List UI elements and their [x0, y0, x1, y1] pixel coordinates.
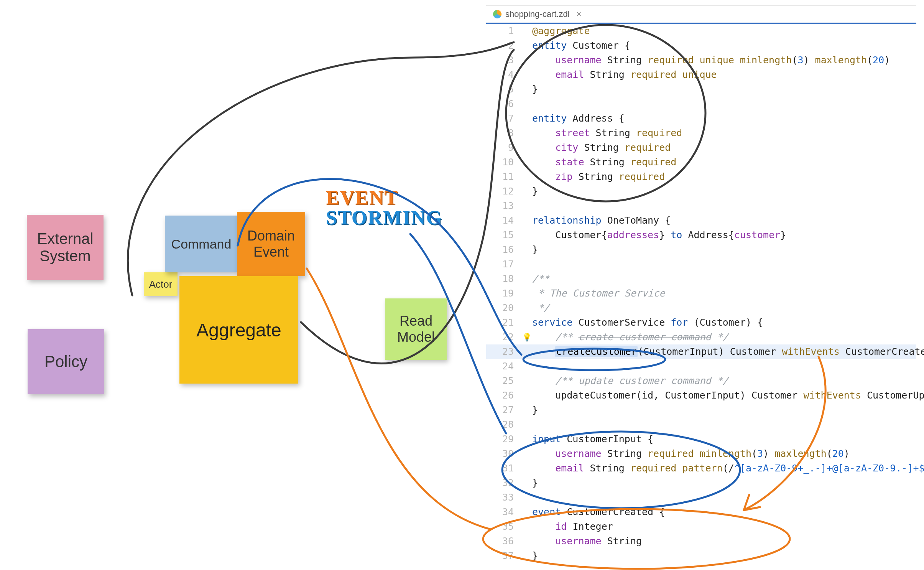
- code-body[interactable]: 1@aggregate2entity Customer {3 username …: [486, 24, 916, 563]
- code-line[interactable]: 3 username String required unique minlen…: [486, 53, 916, 68]
- code-content: input CustomerInput {: [532, 432, 653, 446]
- code-line[interactable]: 15 Customer{addresses} to Address{custom…: [486, 228, 916, 242]
- code-line[interactable]: 11 zip String required: [486, 170, 916, 184]
- code-content: /** create customer command */: [532, 330, 728, 344]
- code-line[interactable]: 21service CustomerService for (Customer)…: [486, 315, 916, 330]
- code-content: * The Customer Service: [532, 286, 665, 301]
- sticky-label: Policy: [44, 353, 87, 371]
- code-content: }: [532, 184, 538, 199]
- event-storming-title: EVENT STORMING: [326, 188, 442, 228]
- code-content: email String required unique: [532, 68, 717, 82]
- line-number: 4: [486, 68, 521, 82]
- line-number: 9: [486, 140, 521, 155]
- code-line[interactable]: 7entity Address {: [486, 111, 916, 126]
- code-line[interactable]: 19 * The Customer Service: [486, 286, 916, 301]
- code-line[interactable]: 4 email String required unique: [486, 68, 916, 82]
- line-number: 15: [486, 228, 521, 242]
- code-content: createCustomer(CustomerInput) Customer w…: [532, 344, 924, 359]
- code-line[interactable]: 34event CustomerCreated {: [486, 505, 916, 519]
- code-content: service CustomerService for (Customer) {: [532, 315, 763, 330]
- code-line[interactable]: 31 email String required pattern(/^[a-zA…: [486, 461, 916, 476]
- sticky-label: Command: [171, 237, 232, 252]
- line-number: 27: [486, 403, 521, 417]
- code-content: id Integer: [532, 519, 613, 534]
- line-number: 13: [486, 199, 521, 213]
- code-content: /**: [532, 272, 549, 286]
- code-line[interactable]: 8 street String required: [486, 126, 916, 140]
- code-line[interactable]: 35 id Integer: [486, 519, 916, 534]
- code-line[interactable]: 5}: [486, 82, 916, 97]
- code-line[interactable]: 18/**: [486, 272, 916, 286]
- code-line[interactable]: 10 state String required: [486, 155, 916, 170]
- code-line[interactable]: 12}: [486, 184, 916, 199]
- code-line[interactable]: 17: [486, 257, 916, 272]
- code-line[interactable]: 2entity Customer {: [486, 38, 916, 53]
- line-number: 22: [486, 330, 521, 344]
- line-number: 25: [486, 374, 521, 388]
- code-line[interactable]: 23 createCustomer(CustomerInput) Custome…: [486, 344, 916, 359]
- line-number: 19: [486, 286, 521, 301]
- file-icon: [493, 10, 501, 18]
- line-number: 24: [486, 359, 521, 374]
- code-line[interactable]: 36 username String: [486, 534, 916, 549]
- line-number: 36: [486, 534, 521, 549]
- line-number: 34: [486, 505, 521, 519]
- line-number: 32: [486, 476, 521, 490]
- code-line[interactable]: 20 */: [486, 301, 916, 315]
- sticky-command: Command: [165, 216, 238, 272]
- sticky-actor: Actor: [144, 272, 178, 296]
- title-event: EVENT: [326, 188, 442, 208]
- sticky-external-system: External System: [27, 215, 104, 280]
- line-number: 35: [486, 519, 521, 534]
- editor-tab-bar: shopping-cart.zdl ×: [486, 6, 916, 24]
- code-content: }: [532, 403, 538, 417]
- line-number: 30: [486, 446, 521, 461]
- code-line[interactable]: 37}: [486, 549, 916, 563]
- code-line[interactable]: 1@aggregate: [486, 24, 916, 38]
- line-number: 7: [486, 111, 521, 126]
- code-line[interactable]: 33: [486, 490, 916, 505]
- sticky-label: Actor: [149, 278, 173, 290]
- line-number: 12: [486, 184, 521, 199]
- code-line[interactable]: 13: [486, 199, 916, 213]
- sticky-label: Read Model: [397, 313, 435, 345]
- tab-filename[interactable]: shopping-cart.zdl: [505, 9, 570, 19]
- line-number: 20: [486, 301, 521, 315]
- line-number: 33: [486, 490, 521, 505]
- code-line[interactable]: 28: [486, 417, 916, 432]
- line-number: 3: [486, 53, 521, 68]
- sticky-label: Aggregate: [196, 320, 281, 341]
- code-line[interactable]: 6: [486, 97, 916, 111]
- lightbulb-icon[interactable]: 💡: [521, 330, 532, 344]
- code-line[interactable]: 9 city String required: [486, 140, 916, 155]
- line-number: 1: [486, 24, 521, 38]
- line-number: 23: [486, 344, 521, 359]
- code-line[interactable]: 32}: [486, 476, 916, 490]
- close-icon[interactable]: ×: [577, 9, 582, 19]
- line-number: 21: [486, 315, 521, 330]
- code-line[interactable]: 30 username String required minlength(3)…: [486, 446, 916, 461]
- line-number: 2: [486, 38, 521, 53]
- code-line[interactable]: 27}: [486, 403, 916, 417]
- line-number: 10: [486, 155, 521, 170]
- sticky-aggregate: Aggregate: [179, 276, 298, 384]
- code-line[interactable]: 14relationship OneToMany {: [486, 213, 916, 228]
- line-number: 28: [486, 417, 521, 432]
- code-line[interactable]: 16}: [486, 242, 916, 257]
- code-line[interactable]: 25 /** update customer command */: [486, 374, 916, 388]
- sticky-domain-event: Domain Event: [237, 212, 305, 276]
- line-number: 5: [486, 82, 521, 97]
- code-content: */: [532, 301, 549, 315]
- line-number: 11: [486, 170, 521, 184]
- code-line[interactable]: 29input CustomerInput {: [486, 432, 916, 446]
- code-content: }: [532, 242, 538, 257]
- code-line[interactable]: 24: [486, 359, 916, 374]
- code-content: username String required minlength(3) ma…: [532, 446, 850, 461]
- code-line[interactable]: 26 updateCustomer(id, CustomerInput) Cus…: [486, 388, 916, 403]
- line-number: 29: [486, 432, 521, 446]
- line-number: 31: [486, 461, 521, 476]
- code-line[interactable]: 22💡 /** create customer command */: [486, 330, 916, 344]
- code-content: zip String required: [532, 170, 665, 184]
- line-number: 18: [486, 272, 521, 286]
- code-content: username String: [532, 534, 642, 549]
